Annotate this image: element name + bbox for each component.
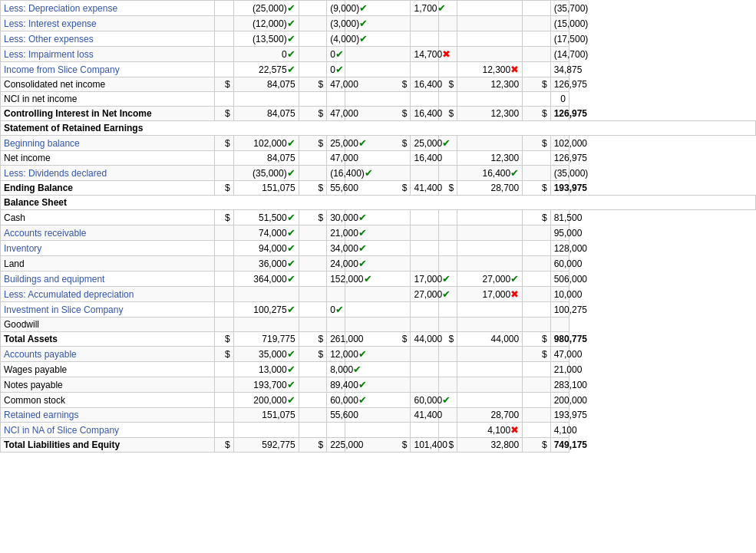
p-sign: $ [215, 332, 233, 347]
check-green-icon: ✔ [287, 48, 295, 60]
s-sign [299, 393, 326, 408]
check-green-icon: ✔ [287, 33, 295, 44]
dr-value [411, 302, 438, 318]
total-value: 506,000 [550, 272, 569, 287]
p-sign [215, 47, 233, 62]
s-sign [299, 318, 326, 332]
cr-value [457, 47, 523, 62]
dr-value: 27,000✔ [411, 287, 438, 302]
row-label: Land [1, 256, 215, 272]
dr-sign [345, 318, 411, 332]
s-value: 21,000✔ [327, 225, 345, 241]
s-sign [299, 241, 326, 256]
total-value: (35,000) [550, 166, 569, 181]
s-value: 89,400✔ [327, 377, 345, 393]
total-sign: $ [523, 332, 550, 347]
cr-value [457, 31, 523, 47]
dr-sign [345, 62, 411, 77]
cr-sign [438, 92, 457, 107]
total-value: 200,000 [550, 393, 569, 408]
total-sign [523, 287, 550, 302]
s-sign [299, 31, 326, 47]
p-value: (25,000)✔ [233, 1, 299, 16]
check-green-icon: ✔ [287, 2, 295, 14]
dr-value [411, 31, 438, 47]
row-label: Wages payable [1, 362, 215, 377]
section-header: Balance Sheet [1, 196, 756, 210]
total-sign [523, 151, 550, 166]
row-label: Cash [1, 210, 215, 225]
dr-value [411, 347, 438, 362]
p-value [233, 423, 299, 438]
check-red-icon: ✖ [510, 424, 519, 436]
cr-value: 12,300✖ [457, 62, 523, 77]
total-value: 749,175 [550, 438, 569, 453]
cr-value: 16,400✔ [457, 166, 523, 181]
p-sign [215, 362, 233, 377]
s-value: 261,000 [327, 332, 345, 347]
p-sign [215, 408, 233, 423]
total-value: 128,000 [550, 241, 569, 256]
cr-value [457, 92, 523, 107]
p-sign [215, 151, 233, 166]
row-label: Consolidated net income [1, 77, 215, 92]
check-green-icon: ✔ [359, 33, 368, 44]
check-green-icon: ✔ [358, 348, 367, 360]
check-green-icon: ✔ [442, 394, 451, 406]
cr-sign [438, 423, 457, 438]
dr-value [411, 423, 438, 438]
total-sign [523, 377, 550, 393]
s-sign [299, 256, 326, 272]
total-value: 100,275 [550, 302, 569, 318]
p-sign: $ [215, 136, 233, 151]
s-value: 24,000✔ [327, 256, 345, 272]
cr-value: 17,000✖ [457, 287, 523, 302]
total-sign [523, 362, 550, 377]
cr-sign [438, 210, 457, 225]
row-label: Ending Balance [1, 181, 215, 196]
row-label: Retained earnings [1, 408, 215, 423]
dr-value [411, 241, 438, 256]
p-value: 36,000✔ [233, 256, 299, 272]
check-green-icon: ✔ [510, 273, 519, 285]
total-sign [523, 393, 550, 408]
total-value: 95,000 [550, 225, 569, 241]
check-green-icon: ✔ [358, 394, 367, 406]
row-label: Total Assets [1, 332, 215, 347]
total-value: 126,975 [550, 151, 569, 166]
p-value: 364,000✔ [233, 272, 299, 287]
s-value: 47,000 [327, 77, 345, 92]
total-sign [523, 166, 550, 181]
cr-value: 12,300 [457, 77, 523, 92]
check-green-icon: ✔ [358, 227, 367, 239]
total-sign: $ [523, 438, 550, 453]
cr-value [457, 377, 523, 393]
s-sign: $ [299, 332, 326, 347]
check-green-icon: ✔ [358, 212, 367, 223]
p-sign: $ [215, 77, 233, 92]
cr-value [457, 16, 523, 31]
p-value: 200,000✔ [233, 393, 299, 408]
cr-value: 44,000 [457, 332, 523, 347]
s-sign [299, 408, 326, 423]
p-sign [215, 225, 233, 241]
total-sign: $ [523, 107, 550, 121]
check-green-icon: ✔ [287, 212, 295, 223]
s-value: 55,600 [327, 181, 345, 196]
s-sign [299, 362, 326, 377]
dr-value [411, 225, 438, 241]
check-green-icon: ✔ [442, 273, 451, 285]
check-green-icon: ✔ [365, 167, 373, 179]
total-sign [523, 47, 550, 62]
p-value: 13,000✔ [233, 362, 299, 377]
total-value: 980,775 [550, 332, 569, 347]
cr-value: 28,700 [457, 408, 523, 423]
row-label: Net income [1, 151, 215, 166]
total-value: 47,000 [550, 347, 569, 362]
check-green-icon: ✔ [335, 48, 344, 60]
p-value: 151,075 [233, 181, 299, 196]
dr-value: 16,400 [411, 151, 438, 166]
row-label: Investment in Slice Company [1, 302, 215, 318]
cr-value [457, 241, 523, 256]
dr-value: 60,000✔ [411, 393, 438, 408]
